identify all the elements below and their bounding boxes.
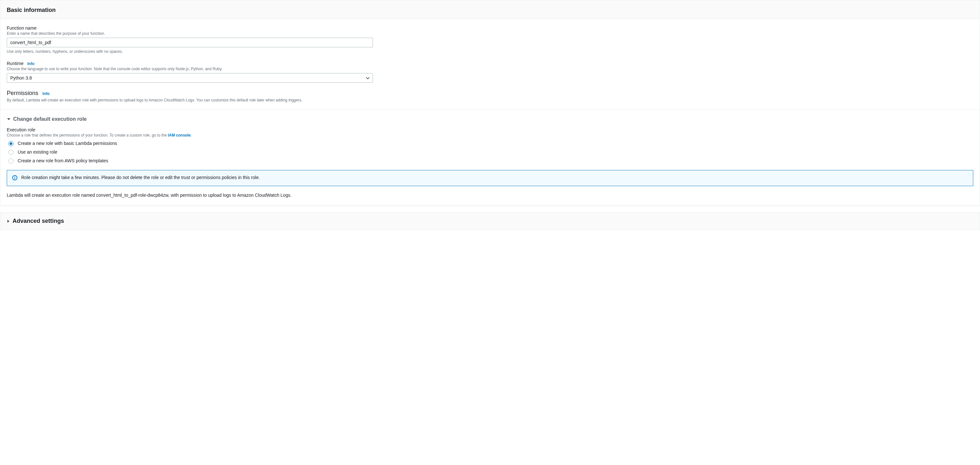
radio-from-template[interactable] (8, 158, 14, 164)
runtime-select[interactable]: Python 3.8 (7, 73, 373, 83)
permissions-info-link[interactable]: Info (43, 91, 49, 96)
basic-information-header: Basic information (0, 0, 980, 19)
runtime-select-wrapper: Python 3.8 (7, 73, 373, 83)
basic-information-heading: Basic information (7, 7, 973, 14)
execution-role-radio-group: Create a new role with basic Lambda perm… (7, 140, 973, 164)
svg-rect-2 (14, 177, 15, 179)
role-creation-info-text: Role creation might take a few minutes. … (21, 175, 260, 180)
change-execution-role-heading: Change default execution role (13, 116, 86, 122)
permissions-heading-row: Permissions Info (7, 90, 973, 97)
advanced-settings-panel: Advanced settings (0, 212, 980, 230)
basic-information-panel: Basic information Function name Enter a … (0, 0, 980, 206)
caret-down-icon (7, 118, 11, 121)
basic-information-body: Function name Enter a name that describe… (0, 19, 980, 205)
caret-right-icon (7, 219, 10, 223)
permissions-description: By default, Lambda will create an execut… (7, 98, 973, 102)
radio-existing-label[interactable]: Use an existing role (18, 149, 57, 155)
radio-option-new-basic: Create a new role with basic Lambda perm… (7, 140, 973, 146)
function-name-input[interactable] (7, 38, 373, 47)
info-icon (12, 175, 18, 181)
runtime-label-row: Runtime Info (7, 61, 973, 66)
permissions-heading: Permissions (7, 90, 38, 96)
radio-from-template-label[interactable]: Create a new role from AWS policy templa… (18, 158, 108, 163)
execution-role-section: Change default execution role Execution … (0, 109, 980, 198)
advanced-settings-heading: Advanced settings (13, 218, 64, 224)
svg-point-1 (14, 176, 15, 177)
function-name-description: Enter a name that describes the purpose … (7, 31, 973, 36)
runtime-label: Runtime (7, 61, 24, 66)
function-name-label: Function name (7, 26, 973, 30)
iam-console-link[interactable]: IAM console (168, 133, 191, 137)
radio-option-from-template: Create a new role from AWS policy templa… (7, 157, 973, 164)
function-name-hint: Use only letters, numbers, hyphens, or u… (7, 49, 973, 54)
function-name-field: Function name Enter a name that describe… (7, 26, 973, 54)
radio-new-basic-label[interactable]: Create a new role with basic Lambda perm… (18, 141, 117, 146)
role-creation-text: Lambda will create an execution role nam… (7, 193, 973, 198)
radio-new-basic[interactable] (8, 141, 14, 146)
advanced-settings-toggle[interactable]: Advanced settings (0, 213, 980, 230)
radio-existing[interactable] (8, 150, 14, 155)
runtime-info-link[interactable]: Info (27, 62, 34, 66)
runtime-description: Choose the language to use to write your… (7, 67, 973, 71)
radio-option-existing: Use an existing role (7, 149, 973, 155)
execution-role-label: Execution role (7, 127, 973, 133)
change-execution-role-toggle[interactable]: Change default execution role (7, 116, 973, 122)
role-creation-info-box: Role creation might take a few minutes. … (7, 170, 973, 186)
runtime-field: Runtime Info Choose the language to use … (7, 61, 973, 83)
permissions-section: Permissions Info By default, Lambda will… (7, 90, 973, 102)
execution-role-description-prefix: Choose a role that defines the permissio… (7, 133, 168, 137)
execution-role-description: Choose a role that defines the permissio… (7, 133, 973, 137)
execution-role-description-suffix: . (191, 133, 191, 137)
